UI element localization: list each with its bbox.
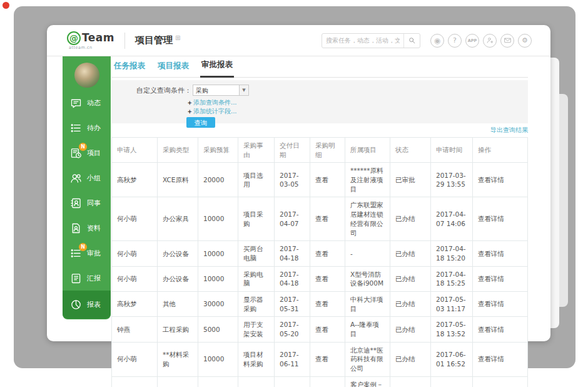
sidebar-item-charts[interactable]: 报表 xyxy=(63,291,111,319)
sidebar-item-todo[interactable]: 待办 xyxy=(63,115,111,140)
sidebar-item-feed[interactable]: 动态 xyxy=(63,90,111,115)
header-divider xyxy=(124,33,125,49)
cell-status: 已办结 xyxy=(390,317,431,342)
cell-apply-time: 2017-04-07 14:06 xyxy=(431,197,473,241)
cell-applicant[interactable]: 刘晓 xyxy=(112,376,158,387)
mail-icon[interactable] xyxy=(500,34,514,48)
cell-action[interactable]: 查看详情 xyxy=(473,266,528,291)
cell-action[interactable]: 查看详情 xyxy=(473,342,528,376)
cell-detail[interactable]: 查看 xyxy=(310,241,345,266)
colleague-icon xyxy=(69,197,83,210)
cell-action[interactable]: 查看详情 xyxy=(473,241,528,266)
cell-status: 已办结 xyxy=(390,241,431,266)
page-background: @ Team atteam.cn 项目管理 ⊞ ◉?APP⚙ 动态待办N项目小 xyxy=(0,0,588,387)
cell-detail[interactable]: 查看 xyxy=(310,317,345,342)
sidebar-item-workreport[interactable]: 汇报 xyxy=(63,266,111,291)
table-row: 钟燕工程采购5000用于支架安装2017-05-20查看A--隆泰项目已办结20… xyxy=(112,317,528,342)
cell-applicant[interactable]: 高秋梦 xyxy=(112,163,158,197)
cell-reason: 合同打印 xyxy=(238,376,275,387)
sidebar-item-colleague[interactable]: 同事 xyxy=(63,190,111,215)
cell-apply-time: 2017-06-15 19:25 xyxy=(431,376,473,387)
notification-badge: N xyxy=(79,243,87,251)
cell-detail[interactable]: 查看 xyxy=(310,266,345,291)
cell-type: 办公家具 xyxy=(158,197,198,241)
settings-icon[interactable]: ⚙ xyxy=(518,34,532,48)
filter-select-value: 采购 xyxy=(193,85,239,95)
cell-action[interactable]: 查看详情 xyxy=(473,376,528,387)
col-header-type: 采购类型 xyxy=(158,138,198,163)
cell-project[interactable]: 中科大洋项目 xyxy=(345,291,390,316)
filter-select[interactable]: 采购 ▼ xyxy=(193,85,249,96)
cell-detail[interactable]: 查看 xyxy=(310,163,345,197)
table-row: 何小萌办公家具10000项目采购2017-04-07查看广东联盟家居建材连锁经营… xyxy=(112,197,528,241)
export-row: 导出查询结果 xyxy=(111,123,528,137)
sidebar-item-label: 汇报 xyxy=(87,274,101,283)
cell-applicant[interactable]: 何小萌 xyxy=(112,241,158,266)
sidebar-item-label: 待办 xyxy=(87,123,101,133)
cell-budget: 30000 xyxy=(198,291,238,316)
cell-action[interactable]: 查看详情 xyxy=(473,317,528,342)
spiral-icon[interactable]: ◉ xyxy=(430,34,444,48)
cell-type: 办公设备 xyxy=(158,241,198,266)
app-header: @ Team atteam.cn 项目管理 ⊞ ◉?APP⚙ xyxy=(47,25,550,56)
cell-action[interactable]: 查看详情 xyxy=(473,291,528,316)
col-header-project: 所属项目 xyxy=(345,138,390,163)
cell-applicant[interactable]: 何小萌 xyxy=(112,342,158,376)
project-icon: N xyxy=(69,147,83,160)
cell-project[interactable]: 北京迪**医药科技有限公司 xyxy=(345,342,390,376)
add-stat-field-link[interactable]: ＋添加统计字段... xyxy=(186,107,528,115)
cell-apply-time: 2017-04-18 15:25 xyxy=(431,266,473,291)
cell-action[interactable]: 查看详情 xyxy=(473,197,528,241)
table-row: 何小萌办公设备10000买两台电脑2017-04-18查看-已办结2017-04… xyxy=(112,241,528,266)
cell-project[interactable]: 客户案例－伟鑫地产（建筑工程） xyxy=(345,376,390,387)
cell-applicant[interactable]: 高秋梦 xyxy=(112,291,158,316)
search-input[interactable] xyxy=(322,37,403,44)
cell-reason: 项目选用 xyxy=(238,163,275,197)
invite-icon[interactable] xyxy=(483,34,497,48)
sidebar-item-approval[interactable]: N审批 xyxy=(63,240,111,266)
cell-detail[interactable]: 查看 xyxy=(310,197,345,241)
cell-apply-time: 2017-05-03 11:17 xyxy=(431,291,473,316)
cell-action[interactable]: 查看详情 xyxy=(473,163,528,197)
tab-project-report[interactable]: 项目报表 xyxy=(156,61,190,77)
cell-project[interactable]: ******原料及注射液项目 xyxy=(345,163,390,197)
table-row: 高秋梦其他30000显示器采购2017-05-31查看中科大洋项目已办结2017… xyxy=(112,291,528,316)
cell-reason: 买两台电脑 xyxy=(238,241,275,266)
cell-applicant[interactable]: 何小萌 xyxy=(112,197,158,241)
cell-applicant[interactable]: 钟燕 xyxy=(112,317,158,342)
app-icon[interactable]: APP xyxy=(465,34,479,48)
cell-detail[interactable]: 查看 xyxy=(310,342,345,376)
search-icon[interactable] xyxy=(403,34,420,48)
sidebar-item-label: 审批 xyxy=(87,249,101,258)
tab-task-report[interactable]: 任务报表 xyxy=(113,61,146,77)
cell-delivery-date: 2017-05-31 xyxy=(275,291,310,316)
sidebar-item-group[interactable]: 小组 xyxy=(63,165,111,190)
page-title: 项目管理 xyxy=(135,34,173,46)
cell-type: XCE原料 xyxy=(158,163,198,197)
cell-project[interactable]: X型号消防设备i900M xyxy=(345,266,390,291)
cell-detail[interactable]: 查看 xyxy=(310,291,345,316)
cell-detail[interactable]: 查看 xyxy=(310,376,345,387)
help-icon[interactable]: ? xyxy=(448,34,462,48)
col-header-applicant: 申请人 xyxy=(112,138,158,163)
sidebar-item-label: 小组 xyxy=(87,173,101,183)
table-row: 何小萌**材料采购10000项目材料采购2017-06-11查看北京迪**医药科… xyxy=(112,342,528,376)
sidebar-item-project[interactable]: N项目 xyxy=(63,140,111,165)
cell-project: - xyxy=(345,241,390,266)
tab-approval-report[interactable]: 审批报表 xyxy=(200,59,234,78)
add-condition-link[interactable]: ＋添加查询条件... xyxy=(186,98,528,106)
cell-reason: 用于支架安装 xyxy=(238,317,275,342)
brand-logo: @ Team atteam.cn xyxy=(67,31,114,50)
sidebar-item-label: 项目 xyxy=(87,148,101,158)
cell-type: 办公用纸 xyxy=(158,376,198,387)
table-row: 刘晓办公用纸100合同打印2017-06-16查看客户案例－伟鑫地产（建筑工程）… xyxy=(112,376,528,387)
export-results-link[interactable]: 导出查询结果 xyxy=(490,126,528,135)
sidebar-item-material[interactable]: 资料 xyxy=(63,215,111,240)
avatar[interactable] xyxy=(74,63,99,88)
notification-badge: N xyxy=(79,143,87,151)
cell-project[interactable]: 广东联盟家居建材连锁经营有限公司 xyxy=(345,197,390,241)
sidebar: 动态待办N项目小组同事资料N审批汇报报表 xyxy=(63,56,111,319)
cell-reason: 显示器采购 xyxy=(238,291,275,316)
cell-applicant[interactable]: 何小萌 xyxy=(112,266,158,291)
cell-project[interactable]: A--隆泰项目 xyxy=(345,317,390,342)
